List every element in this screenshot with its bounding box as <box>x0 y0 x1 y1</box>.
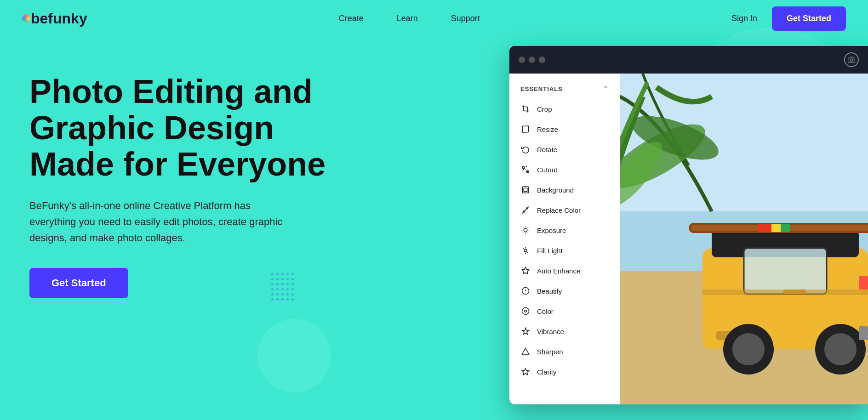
svg-line-16 <box>523 233 523 233</box>
header-get-started-button[interactable]: Get Started <box>772 6 846 31</box>
svg-point-9 <box>524 228 527 232</box>
nav-learn[interactable]: Learn <box>380 14 434 23</box>
sidebar-item-clarity[interactable]: Clarity <box>509 362 620 382</box>
sidebar-label-fill-light: Fill Light <box>537 247 563 255</box>
svg-rect-49 <box>781 224 790 232</box>
app-mockup: ESSENTIALS ⌃ Crop Resize <box>509 46 868 404</box>
svg-rect-1 <box>522 126 529 132</box>
svg-point-2 <box>522 166 525 169</box>
sidebar-label-crop: Crop <box>537 105 552 113</box>
mockup-sidebar: ESSENTIALS ⌃ Crop Resize <box>509 74 620 404</box>
sidebar-item-crop[interactable]: Crop <box>509 99 620 119</box>
svg-line-12 <box>523 227 523 228</box>
hero-get-started-button[interactable]: Get Started <box>29 268 128 298</box>
sidebar-item-exposure[interactable]: Exposure <box>509 220 620 240</box>
camera-icon[interactable] <box>844 52 859 67</box>
sidebar-item-rotate[interactable]: Rotate <box>509 139 620 159</box>
window-controls <box>519 57 545 63</box>
sidebar-label-vibrance: Vibrance <box>537 328 564 335</box>
window-dot-2 <box>529 57 535 63</box>
header-right: Sign In Get Started <box>731 6 846 31</box>
svg-point-27 <box>522 308 529 315</box>
mockup-photo-area <box>620 74 868 404</box>
sharpen-icon <box>520 346 531 357</box>
rotate-icon <box>520 144 531 154</box>
fill-light-icon <box>520 245 531 255</box>
sign-in-link[interactable]: Sign In <box>731 14 757 23</box>
svg-point-0 <box>850 59 852 61</box>
color-icon <box>520 306 531 316</box>
hero-title: Photo Editing and Graphic Design Made fo… <box>29 74 351 183</box>
svg-line-17 <box>528 227 528 228</box>
sidebar-label-resize: Resize <box>537 125 558 133</box>
svg-rect-5 <box>524 188 527 192</box>
sidebar-label-replace-color: Replace Color <box>537 206 581 214</box>
hero-subtitle: BeFunky's all-in-one online Creative Pla… <box>29 198 296 246</box>
chevron-up-icon[interactable]: ⌃ <box>603 85 609 93</box>
replace-color-icon <box>520 205 531 215</box>
photo-svg <box>620 74 868 404</box>
main-nav: Create Learn Support <box>322 14 497 23</box>
sidebar-label-color: Color <box>537 307 554 315</box>
background-icon <box>520 185 531 195</box>
sidebar-item-beautify[interactable]: Beautify <box>509 281 620 301</box>
svg-line-20 <box>523 248 524 249</box>
svg-rect-51 <box>859 276 868 289</box>
nav-create[interactable]: Create <box>322 14 380 23</box>
sidebar-label-exposure: Exposure <box>537 227 566 234</box>
sidebar-item-sharpen[interactable]: Sharpen <box>509 341 620 362</box>
sidebar-item-color[interactable]: Color <box>509 301 620 321</box>
beautify-icon <box>520 286 531 296</box>
sidebar-item-cutout[interactable]: Cutout <box>509 159 620 180</box>
svg-line-13 <box>528 233 528 233</box>
decorative-circle-bottom-left <box>257 319 331 392</box>
svg-point-28 <box>525 310 527 312</box>
crop-icon <box>520 104 531 114</box>
sidebar-section-title: ESSENTIALS <box>520 85 563 92</box>
svg-rect-4 <box>522 187 529 193</box>
sidebar-label-sharpen: Sharpen <box>537 348 563 356</box>
sidebar-item-fill-light[interactable]: Fill Light <box>509 240 620 261</box>
sidebar-label-clarity: Clarity <box>537 368 557 376</box>
header: befunky Create Learn Support Sign In Get… <box>0 0 868 37</box>
svg-rect-53 <box>702 289 868 295</box>
sidebar-item-resize[interactable]: Resize <box>509 119 620 139</box>
nav-support[interactable]: Support <box>434 14 497 23</box>
svg-rect-38 <box>744 248 827 294</box>
svg-point-22 <box>524 249 527 252</box>
svg-rect-52 <box>859 326 868 340</box>
sidebar-item-vibrance[interactable]: Vibrance <box>509 321 620 341</box>
sidebar-label-beautify: Beautify <box>537 287 562 295</box>
svg-point-42 <box>732 333 765 365</box>
exposure-icon <box>520 225 531 235</box>
auto-enhance-icon <box>520 266 531 276</box>
logo-text: befunky <box>22 10 87 27</box>
sidebar-label-auto-enhance: Auto Enhance <box>537 267 580 275</box>
hero-left: Photo Editing and Graphic Design Made fo… <box>29 55 351 298</box>
mockup-titlebar <box>509 46 868 74</box>
sidebar-label-rotate: Rotate <box>537 146 557 153</box>
sidebar-item-background[interactable]: Background <box>509 180 620 200</box>
sidebar-section-header: ESSENTIALS ⌃ <box>509 81 620 99</box>
logo[interactable]: befunky <box>22 10 87 27</box>
sidebar-label-background: Background <box>537 186 574 194</box>
svg-rect-47 <box>758 224 771 232</box>
svg-rect-48 <box>771 224 781 232</box>
cutout-icon <box>520 165 531 175</box>
sidebar-item-auto-enhance[interactable]: Auto Enhance <box>509 261 620 281</box>
svg-marker-23 <box>522 267 529 274</box>
sidebar-item-replace-color[interactable]: Replace Color <box>509 200 620 220</box>
svg-line-21 <box>527 252 528 253</box>
hero-section: Photo Editing and Graphic Design Made fo… <box>0 37 868 420</box>
svg-point-44 <box>824 333 857 365</box>
svg-marker-29 <box>522 348 529 355</box>
sidebar-label-cutout: Cutout <box>537 166 557 174</box>
window-dot-3 <box>539 57 545 63</box>
window-dot-1 <box>519 57 525 63</box>
clarity-icon <box>520 367 531 377</box>
mockup-body: ESSENTIALS ⌃ Crop Resize <box>509 74 868 404</box>
resize-icon <box>520 124 531 134</box>
vibrance-icon <box>520 326 531 336</box>
